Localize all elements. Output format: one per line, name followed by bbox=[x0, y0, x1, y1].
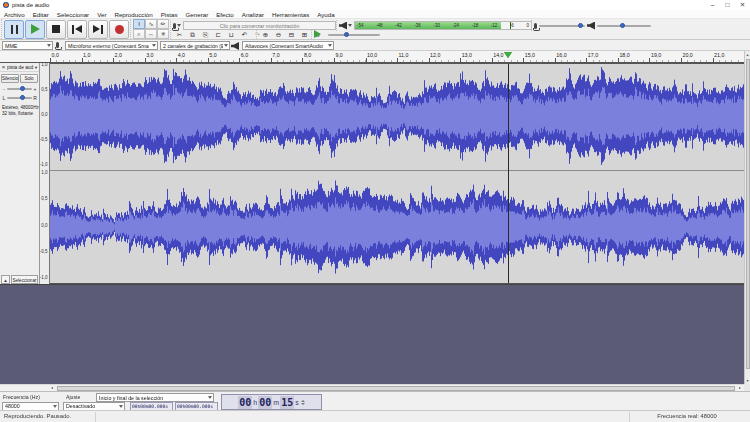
timeshift-tool-button[interactable]: ↔ bbox=[145, 29, 157, 39]
record-button[interactable] bbox=[109, 20, 129, 39]
play-speed-slider[interactable] bbox=[328, 34, 380, 36]
menu-analizar[interactable]: Analizar bbox=[238, 10, 268, 19]
paste-icon: ⎘ bbox=[203, 31, 208, 38]
zoom-in-button[interactable]: ⊕ bbox=[259, 29, 272, 40]
timeline-label: 2,0 bbox=[115, 52, 122, 58]
horizontal-scrollbar[interactable]: ◂ ▸ bbox=[0, 384, 744, 391]
playback-device-select[interactable]: Altavoces (Conexant SmartAudio bbox=[242, 41, 334, 50]
menu-seleccionar[interactable]: Seleccionar bbox=[53, 10, 93, 19]
timeline-label: 7,0 bbox=[272, 52, 279, 58]
selection-tool-button[interactable]: I bbox=[133, 19, 145, 29]
time-spinner[interactable] bbox=[301, 400, 305, 405]
skip-end-button[interactable] bbox=[88, 20, 108, 39]
menu-reproduccin[interactable]: Reproducción bbox=[110, 10, 156, 19]
playback-meter[interactable]: -54-48-42-36-30-24-18-12-60 bbox=[336, 20, 532, 31]
undo-icon: ↶ bbox=[242, 31, 247, 38]
track-close-icon[interactable]: × bbox=[0, 64, 7, 70]
envelope-tool-button[interactable]: ∿ bbox=[145, 19, 157, 29]
gain-max-label: + bbox=[33, 86, 37, 92]
slider-thumb[interactable] bbox=[20, 95, 25, 100]
menu-bar: ArchivoEditarSeleccionarVerReproducciónP… bbox=[0, 10, 750, 19]
stop-button[interactable] bbox=[46, 20, 66, 39]
mute-button[interactable]: Silencio bbox=[1, 74, 19, 83]
close-button[interactable]: ✕ bbox=[735, 0, 750, 10]
multi-tool-button[interactable]: ✳ bbox=[157, 29, 169, 39]
vertical-scrollbar[interactable]: ▴ ▾ bbox=[744, 51, 750, 384]
slider-thumb[interactable] bbox=[578, 23, 583, 28]
track-title[interactable]: pista de aud bbox=[7, 65, 34, 70]
track-collapse-button[interactable]: ▲ bbox=[1, 275, 10, 284]
scroll-down-icon[interactable]: ▾ bbox=[745, 377, 750, 384]
silence-audio-icon: ⊔ bbox=[229, 31, 234, 38]
play-button[interactable] bbox=[25, 20, 45, 39]
timeline-label: 17,0 bbox=[588, 52, 598, 58]
minimize-button[interactable]: – bbox=[705, 0, 720, 10]
slider-thumb[interactable] bbox=[20, 86, 25, 91]
meter-scale-label: -24 bbox=[453, 22, 460, 29]
timeline-label: 8,0 bbox=[304, 52, 311, 58]
vertical-scale-ruler[interactable]: 1,00,50,0-0,5-1,01,00,50,0-0,5-1,0 bbox=[40, 63, 50, 285]
trim-audio-button[interactable]: ⊏ bbox=[212, 29, 225, 40]
dropdown-arrow-icon[interactable] bbox=[348, 24, 352, 27]
cut-button[interactable]: ✂ bbox=[173, 29, 186, 40]
menu-archivo[interactable]: Archivo bbox=[0, 10, 29, 19]
menu-efecto[interactable]: Efecto bbox=[212, 10, 238, 19]
zoom-selection-button[interactable]: ⊟ bbox=[285, 29, 298, 40]
track-format-line2: 32 bits, flotante bbox=[2, 111, 39, 117]
pause-button[interactable] bbox=[4, 20, 24, 39]
play-meter-bar[interactable]: -54-48-42-36-30-24-18-12-60 bbox=[354, 21, 532, 30]
silence-audio-button[interactable]: ⊔ bbox=[225, 29, 238, 40]
position-minutes[interactable]: 00 bbox=[258, 396, 272, 409]
menu-herramientas[interactable]: Herramientas bbox=[268, 10, 313, 19]
timeline-tick bbox=[649, 58, 650, 62]
position-hours[interactable]: 00 bbox=[238, 396, 252, 409]
playback-volume-slider[interactable] bbox=[597, 25, 651, 27]
recording-volume-slider[interactable] bbox=[539, 25, 585, 27]
copy-icon: ⧉ bbox=[190, 31, 195, 38]
solo-button[interactable]: Solo bbox=[20, 74, 38, 83]
track-pan-slider[interactable] bbox=[7, 97, 32, 99]
status-separator bbox=[95, 412, 96, 422]
zoom-project-button[interactable]: ⊞ bbox=[298, 29, 311, 40]
copy-button[interactable]: ⧉ bbox=[186, 29, 199, 40]
waveform-canvas[interactable] bbox=[50, 63, 744, 285]
track-select-button[interactable]: Seleccionar bbox=[11, 275, 38, 284]
selection-toolbar: Frecuencia (Hz) Ajuste Inicio y final de… bbox=[0, 391, 750, 410]
play-at-speed-icon bbox=[314, 30, 321, 38]
paste-button[interactable]: ⎘ bbox=[199, 29, 212, 40]
position-seconds[interactable]: 15 bbox=[280, 396, 294, 409]
menu-pistas[interactable]: Pistas bbox=[157, 10, 182, 19]
timeline-tick bbox=[397, 58, 398, 62]
slider-thumb[interactable] bbox=[344, 32, 349, 37]
track-gain-slider[interactable] bbox=[7, 88, 32, 90]
menu-ayuda[interactable]: Ayuda bbox=[313, 10, 338, 19]
menu-editar[interactable]: Editar bbox=[29, 10, 53, 19]
timeline-label: 0,0 bbox=[52, 52, 59, 58]
vertical-scroll-thumb[interactable] bbox=[746, 59, 750, 369]
recording-channels-select[interactable]: 2 canales de grabación (Esté bbox=[160, 41, 230, 50]
status-message: Reproduciendo. Pausado. bbox=[4, 413, 71, 419]
timeline-label: 19,0 bbox=[651, 52, 661, 58]
skip-start-button[interactable] bbox=[67, 20, 87, 39]
draw-tool-button[interactable]: ✏ bbox=[157, 19, 169, 29]
recording-device-select[interactable]: Micrófono externo (Conexant Sma bbox=[65, 41, 158, 50]
scroll-up-icon[interactable]: ▴ bbox=[745, 51, 750, 58]
timeline-ruler[interactable]: 0,01,02,03,04,05,06,07,08,09,010,011,012… bbox=[0, 51, 744, 63]
zoom-out-icon: ⊖ bbox=[276, 31, 281, 38]
zoom-tool-button[interactable]: ⌕ bbox=[133, 29, 145, 39]
play-at-speed-button[interactable] bbox=[311, 30, 321, 40]
audio-host-select[interactable]: MME bbox=[2, 41, 53, 50]
maximize-button[interactable]: □ bbox=[720, 0, 735, 10]
menu-generar[interactable]: Generar bbox=[182, 10, 213, 19]
dropdown-arrow-icon[interactable] bbox=[177, 24, 181, 27]
horizontal-scroll-thumb[interactable] bbox=[57, 386, 735, 391]
undo-button[interactable]: ↶ bbox=[238, 29, 251, 40]
playhead-marker-icon[interactable] bbox=[504, 52, 512, 58]
envelope-tool-icon: ∿ bbox=[148, 21, 153, 27]
zoom-selection-icon: ⊟ bbox=[289, 31, 294, 38]
menu-ver[interactable]: Ver bbox=[93, 10, 110, 19]
audio-position-display[interactable]: 00 h 00 m 15 s bbox=[221, 394, 322, 410]
track-menu-arrow-icon[interactable]: ▼ bbox=[34, 65, 39, 70]
slider-thumb[interactable] bbox=[620, 23, 625, 28]
zoom-out-button[interactable]: ⊖ bbox=[272, 29, 285, 40]
